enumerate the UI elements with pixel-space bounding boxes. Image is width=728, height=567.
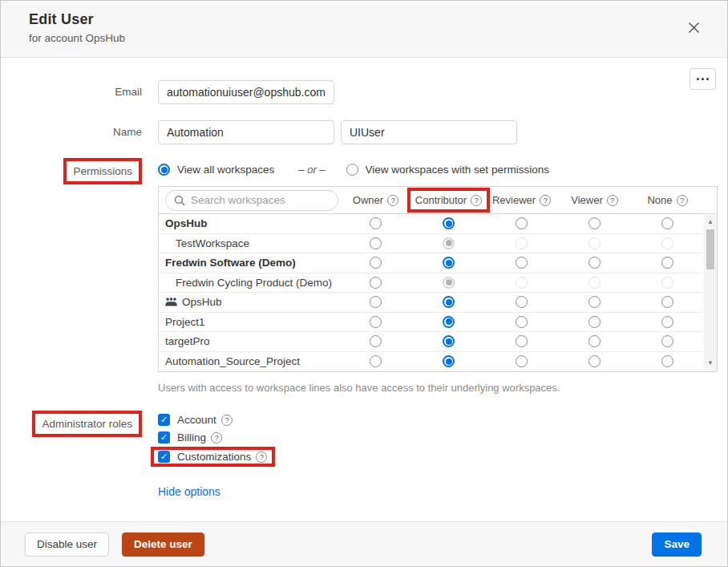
radio-owner[interactable]	[370, 355, 382, 367]
radio-contributor[interactable]	[443, 257, 455, 269]
radio-owner[interactable]	[370, 296, 382, 308]
disable-user-button[interactable]: Disable user	[25, 533, 109, 557]
radio-owner[interactable]	[370, 316, 382, 328]
radio-contributor[interactable]	[443, 355, 455, 367]
help-icon[interactable]: ?	[211, 432, 222, 443]
workspace-search[interactable]	[165, 190, 338, 211]
view-set-permissions-radio[interactable]	[346, 164, 358, 176]
annotation-box-admin-roles: Administrator roles	[32, 411, 142, 437]
radio-reviewer[interactable]	[516, 257, 528, 269]
page-subtitle: for account OpsHub	[29, 32, 727, 44]
checkbox-icon[interactable]: ✓	[158, 431, 170, 443]
radio-owner[interactable]	[370, 217, 382, 229]
first-name-field[interactable]	[158, 120, 334, 144]
column-label: Viewer	[571, 194, 603, 206]
radio-owner[interactable]	[370, 335, 382, 347]
hide-options-link[interactable]: Hide options	[158, 485, 220, 498]
radio-reviewer[interactable]	[516, 355, 528, 367]
workspace-row: targetPro	[159, 332, 704, 352]
permissions-row: Permissions View all workspaces – or – V…	[25, 158, 716, 394]
radio-owner[interactable]	[370, 277, 382, 289]
email-field[interactable]	[158, 80, 334, 104]
radio-viewer[interactable]	[588, 355, 601, 367]
radio-none[interactable]	[661, 217, 673, 229]
help-icon[interactable]: ?	[540, 195, 551, 206]
delete-user-button[interactable]: Delete user	[122, 533, 204, 557]
radio-contributor	[443, 277, 455, 289]
name-label: Name	[25, 120, 158, 144]
workspace-name: Automation_Source_Project	[159, 355, 339, 367]
radio-reviewer[interactable]	[516, 335, 528, 347]
radio-viewer[interactable]	[588, 316, 601, 328]
page-title: Edit User	[29, 11, 727, 28]
radio-reviewer[interactable]	[516, 296, 528, 308]
admin-role-label: Account	[177, 414, 216, 426]
annotation-box-permissions: Permissions	[63, 158, 142, 184]
radio-viewer[interactable]	[588, 296, 601, 308]
radio-reviewer[interactable]	[516, 217, 528, 229]
modal-footer: Disable user Delete user Save	[1, 521, 727, 566]
workspace-name: targetPro	[159, 335, 339, 347]
admin-roles-label: Administrator roles	[42, 418, 132, 430]
search-icon	[174, 195, 185, 206]
admin-role-billing[interactable]: ✓Billing?	[158, 431, 222, 443]
save-button[interactable]: Save	[652, 533, 702, 557]
help-icon[interactable]: ?	[471, 195, 482, 206]
email-label: Email	[25, 80, 158, 104]
column-header-reviewer: Reviewer?	[485, 188, 558, 213]
admin-role-account[interactable]: ✓Account?	[158, 414, 233, 426]
workspace-note: Users with access to workspace lines als…	[158, 382, 716, 394]
admin-role-customizations[interactable]: ✓Customizations?	[151, 447, 275, 467]
radio-viewer	[588, 277, 601, 289]
workspace-name: OpsHub	[159, 296, 339, 308]
view-all-workspaces-radio[interactable]	[158, 164, 170, 176]
radio-none[interactable]	[661, 296, 673, 308]
checkbox-icon[interactable]: ✓	[158, 414, 170, 426]
column-label: Reviewer	[492, 194, 536, 206]
radio-owner[interactable]	[370, 237, 382, 249]
radio-contributor[interactable]	[443, 217, 455, 229]
help-icon[interactable]: ?	[221, 415, 233, 426]
close-button[interactable]	[685, 20, 702, 38]
radio-none[interactable]	[661, 355, 673, 367]
checkbox-icon[interactable]: ✓	[158, 451, 170, 463]
scroll-up-icon[interactable]: ▲	[707, 217, 714, 227]
radio-viewer[interactable]	[588, 257, 601, 269]
help-icon[interactable]: ?	[256, 452, 267, 463]
workspace-permissions-table: Owner?Contributor?Reviewer?Viewer?None? …	[158, 186, 718, 372]
radio-none[interactable]	[661, 335, 673, 347]
ellipsis-icon	[697, 78, 709, 80]
workspace-row: TestWorkspace	[159, 234, 704, 254]
radio-contributor[interactable]	[443, 316, 455, 328]
help-icon[interactable]: ?	[677, 195, 688, 206]
table-header: Owner?Contributor?Reviewer?Viewer?None?	[159, 187, 717, 214]
radio-reviewer[interactable]	[516, 316, 528, 328]
radio-none	[661, 277, 673, 289]
last-name-field[interactable]	[341, 120, 517, 144]
permissions-label: Permissions	[73, 165, 132, 177]
radio-owner[interactable]	[370, 257, 382, 269]
more-options-button[interactable]	[690, 68, 716, 90]
help-icon[interactable]: ?	[607, 195, 618, 206]
radio-viewer[interactable]	[588, 217, 601, 229]
radio-viewer	[588, 237, 601, 249]
edit-user-modal: Edit User for account OpsHub Email Name	[0, 0, 728, 567]
radio-none[interactable]	[661, 257, 673, 269]
workspace-name: Fredwin Cycling Product (Demo)	[159, 277, 339, 289]
radio-reviewer	[516, 277, 528, 289]
scroll-down-icon[interactable]: ▼	[707, 358, 714, 368]
search-input[interactable]	[185, 192, 322, 209]
radio-contributor[interactable]	[443, 335, 455, 347]
help-icon[interactable]: ?	[387, 195, 398, 206]
scrollbar[interactable]: ▲ ▼	[704, 215, 717, 371]
view-set-permissions-label: View workspaces with set permissions	[366, 164, 549, 176]
radio-reviewer	[516, 237, 528, 249]
workspace-name: Fredwin Software (Demo)	[159, 257, 339, 269]
radio-viewer[interactable]	[588, 335, 601, 347]
modal-body: Email Name Permissions View all workspac…	[1, 58, 727, 523]
scrollbar-thumb[interactable]	[706, 229, 714, 269]
radio-contributor[interactable]	[443, 296, 455, 308]
workspace-row: OpsHub	[159, 214, 704, 234]
radio-none[interactable]	[661, 316, 673, 328]
column-label: Contributor	[415, 194, 467, 206]
